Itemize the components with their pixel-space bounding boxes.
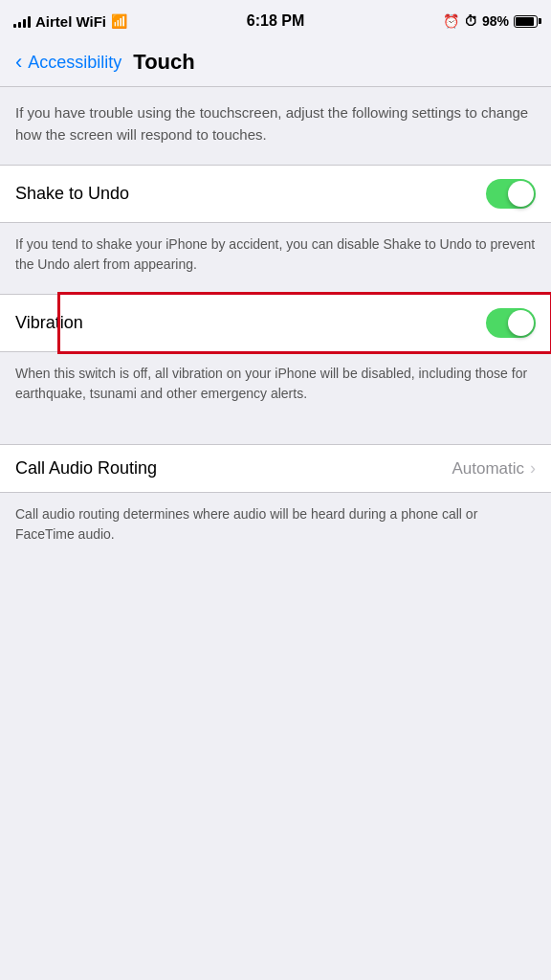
spacer-1 [0,423,551,444]
shake-to-undo-description: If you tend to shake your iPhone by acci… [0,223,551,294]
battery-container [514,15,538,28]
battery-percent: 98% [482,13,509,29]
battery-fill [516,17,534,26]
clock-icon: ⏱ [464,13,477,29]
status-right: ⏰ ⏱ 98% [443,13,538,29]
shake-to-undo-label: Shake to Undo [15,184,129,204]
vibration-label: Vibration [15,313,83,333]
vibration-section: Vibration [0,294,551,352]
vibration-description: When this switch is off, all vibration o… [0,352,551,423]
toggle-knob-vibration [508,310,534,336]
call-audio-routing-value: Automatic [452,459,524,479]
wifi-icon: 📶 [111,13,127,29]
page-title: Touch [133,50,194,75]
chevron-left-icon: ‹ [15,52,22,73]
status-bar: Airtel WiFi 📶 6:18 PM ⏰ ⏱ 98% [0,0,551,42]
carrier-label: Airtel WiFi [35,13,106,30]
status-left: Airtel WiFi 📶 [13,13,127,30]
call-audio-description: Call audio routing determines where audi… [0,493,551,564]
back-label[interactable]: Accessibility [28,53,121,73]
call-audio-section: Call Audio Routing Automatic › [0,444,551,493]
nav-bar: ‹ Accessibility Touch [0,42,551,87]
call-audio-routing-label: Call Audio Routing [15,458,157,479]
alarm-icon: ⏰ [443,13,459,29]
toggle-knob [508,181,534,207]
intro-description: If you have trouble using the touchscree… [0,87,551,165]
signal-bars [13,14,31,28]
chevron-right-icon: › [530,458,536,479]
call-audio-routing-right: Automatic › [452,458,536,479]
vibration-toggle[interactable] [486,308,536,338]
shake-to-undo-section: Shake to Undo [0,165,551,223]
shake-to-undo-toggle[interactable] [486,179,536,209]
call-audio-routing-row[interactable]: Call Audio Routing Automatic › [0,444,551,493]
status-time: 6:18 PM [247,12,304,30]
back-button[interactable]: ‹ Accessibility [15,52,121,73]
shake-to-undo-row: Shake to Undo [0,165,551,223]
battery-icon [514,15,538,28]
vibration-row: Vibration [0,294,551,352]
